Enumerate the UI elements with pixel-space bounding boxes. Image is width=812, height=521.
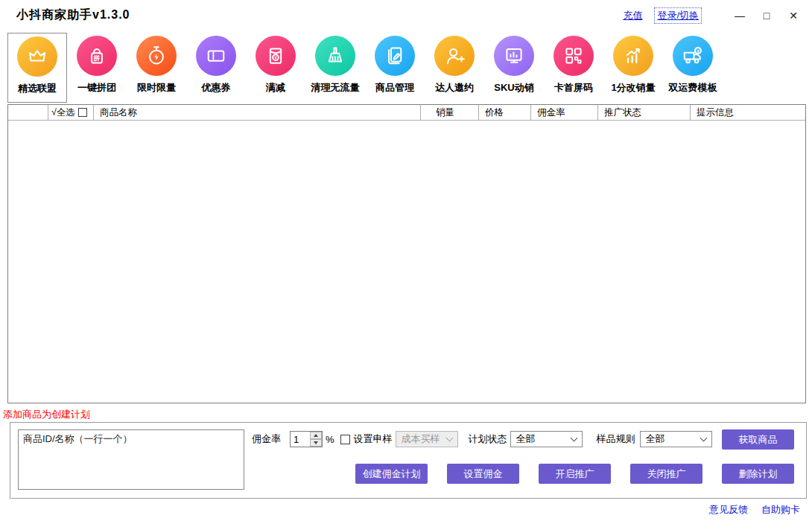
chevron-down-icon <box>700 434 707 441</box>
toolbar-item-label: 1分改销量 <box>611 81 655 95</box>
toolbar-item-crown[interactable]: 精选联盟 <box>7 33 67 103</box>
toolbar-item-stopwatch-flash[interactable]: 限时限量 <box>127 33 186 103</box>
product-ids-input[interactable] <box>18 429 244 490</box>
commission-rate-spinner <box>290 431 323 447</box>
svg-text:¥: ¥ <box>697 48 700 54</box>
toolbar: 精选联盟拼一键拼团限时限量优惠券¥满减清理无流量商品管理达人邀约SKU动销卡首屏… <box>7 33 723 103</box>
toolbar-item-label: SKU动销 <box>494 81 533 95</box>
toolbar-item-label: 双运费模板 <box>669 81 717 95</box>
toolbar-item-group-buy-bag[interactable]: 拼一键拼团 <box>67 33 127 103</box>
freight-truck-icon: ¥ <box>673 36 713 76</box>
titlebar-actions: 充值 登录/切换 — □ ✕ <box>623 7 802 24</box>
triangle-up-icon <box>314 434 318 437</box>
column-select-all[interactable]: √全选 <box>48 105 94 120</box>
create-plan-button[interactable]: 创建佣金计划 <box>355 464 428 484</box>
column-hint-info: 提示信息 <box>691 105 805 120</box>
start-promo-button[interactable]: 开启推广 <box>539 464 611 484</box>
plan-status-select[interactable]: 全部 <box>510 431 583 447</box>
toolbar-item-notebook-edit[interactable]: 商品管理 <box>365 33 425 103</box>
toolbar-item-coupon-ticket[interactable]: 优惠券 <box>186 33 246 103</box>
toolbar-item-label: 限时限量 <box>137 81 176 95</box>
svg-text:¥: ¥ <box>274 55 277 60</box>
titlebar: 小抖商家助手v1.3.0 充值 登录/切换 — □ ✕ <box>0 0 812 31</box>
column-product-name: 商品名称 <box>94 105 421 120</box>
toolbar-item-monitor-chart[interactable]: SKU动销 <box>484 33 544 103</box>
toolbar-item-person-add[interactable]: 达人邀约 <box>425 33 484 103</box>
apply-sample-label: 设置申样 <box>354 432 393 446</box>
apply-sample-checkbox[interactable] <box>340 435 350 444</box>
svg-text:拼: 拼 <box>93 54 101 62</box>
commission-rate-label: 佣金率 <box>252 432 281 446</box>
triangle-down-icon <box>314 441 318 444</box>
sales-growth-chart-icon <box>613 36 653 76</box>
toolbar-item-label: 清理无流量 <box>311 81 360 95</box>
chevron-down-icon <box>445 434 453 441</box>
table-body <box>8 121 805 403</box>
product-table: √全选 商品名称 销量 价格 佣金率 推广状态 提示信息 <box>7 104 806 403</box>
sample-rule-label: 样品规则 <box>597 432 635 446</box>
minimize-button[interactable]: — <box>732 9 748 22</box>
chevron-down-icon <box>570 434 577 441</box>
toolbar-item-freight-truck[interactable]: ¥双运费模板 <box>663 33 723 103</box>
commission-rate-input[interactable] <box>291 432 310 447</box>
sample-rule-select[interactable]: 全部 <box>640 431 712 447</box>
column-sales: 销量 <box>421 105 479 120</box>
percent-sign: % <box>326 434 334 445</box>
recharge-link[interactable]: 充值 <box>623 9 642 22</box>
notebook-edit-icon <box>375 36 415 76</box>
toolbar-item-label: 满减 <box>266 81 285 95</box>
toolbar-item-label: 一键拼团 <box>77 81 116 95</box>
buy-card-link[interactable]: 自助购卡 <box>761 503 800 517</box>
toolbar-item-label: 卡首屏码 <box>554 81 593 95</box>
toolbar-item-qr-code[interactable]: 卡首屏码 <box>544 33 603 103</box>
select-all-checkbox[interactable] <box>78 108 87 117</box>
red-envelope-icon: ¥ <box>256 36 296 76</box>
plan-status-value: 全部 <box>516 432 536 446</box>
plan-buttons-row: 创建佣金计划 设置佣金 开启推广 关闭推广 删除计划 <box>355 464 794 484</box>
login-switch-link[interactable]: 登录/切换 <box>654 7 702 24</box>
sample-mode-select[interactable]: 成本买样 <box>396 431 458 447</box>
delete-plan-button[interactable]: 删除计划 <box>722 464 794 484</box>
broom-icon <box>315 36 355 76</box>
coupon-ticket-icon <box>196 36 236 76</box>
sample-mode-value: 成本买样 <box>402 432 440 446</box>
toolbar-item-label: 达人邀约 <box>435 81 474 95</box>
column-price: 价格 <box>479 105 531 120</box>
select-all-label: √全选 <box>51 106 75 119</box>
group-buy-bag-icon: 拼 <box>77 36 117 76</box>
toolbar-item-label: 商品管理 <box>375 81 414 95</box>
close-button[interactable]: ✕ <box>785 9 802 22</box>
toolbar-item-label: 优惠券 <box>202 81 231 95</box>
spin-down-button[interactable] <box>310 439 322 447</box>
table-header: √全选 商品名称 销量 价格 佣金率 推广状态 提示信息 <box>8 105 805 121</box>
plan-status-label: 计划状态 <box>469 432 507 446</box>
qr-code-icon <box>554 36 594 76</box>
footer: 意见反馈 自助购卡 <box>709 503 800 517</box>
column-blank <box>8 105 48 120</box>
maximize-button[interactable]: □ <box>758 9 775 22</box>
app-title: 小抖商家助手v1.3.0 <box>16 7 130 23</box>
crown-icon <box>17 36 57 77</box>
stop-promo-button[interactable]: 关闭推广 <box>630 464 702 484</box>
toolbar-item-label: 精选联盟 <box>18 82 57 95</box>
panel-heading: 添加商品为创建计划 <box>3 408 90 421</box>
toolbar-item-red-envelope[interactable]: ¥满减 <box>246 33 305 103</box>
feedback-link[interactable]: 意见反馈 <box>709 503 748 517</box>
set-commission-button[interactable]: 设置佣金 <box>447 464 519 484</box>
fetch-products-button[interactable]: 获取商品 <box>722 429 794 450</box>
person-add-icon <box>434 36 475 76</box>
spinner-buttons <box>310 432 322 447</box>
monitor-chart-icon <box>494 36 534 76</box>
plan-panel: 佣金率 % 设置申样 成本买样 计划状态 全部 样品规则 <box>10 422 807 499</box>
plan-controls: 佣金率 % 设置申样 成本买样 计划状态 全部 样品规则 <box>252 430 712 448</box>
stopwatch-flash-icon <box>136 36 177 76</box>
sample-rule-value: 全部 <box>646 432 665 446</box>
toolbar-item-sales-growth-chart[interactable]: 1分改销量 <box>603 33 663 103</box>
column-commission-rate: 佣金率 <box>531 105 598 120</box>
toolbar-item-broom[interactable]: 清理无流量 <box>305 33 365 103</box>
spin-up-button[interactable] <box>310 432 322 439</box>
column-promo-status: 推广状态 <box>598 105 691 120</box>
app-window: 小抖商家助手v1.3.0 充值 登录/切换 — □ ✕ 精选联盟拼一键拼团限时限… <box>0 0 812 521</box>
